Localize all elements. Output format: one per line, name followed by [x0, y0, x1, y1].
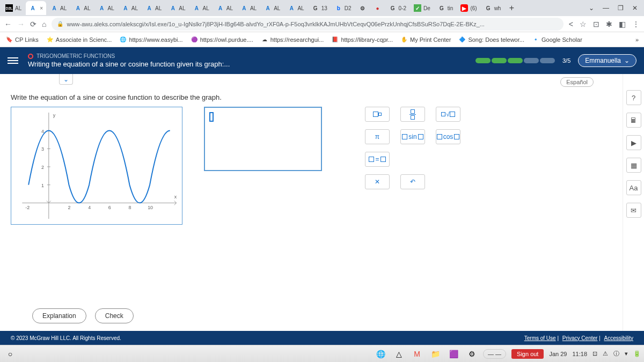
tab-favicon: G	[312, 4, 319, 12]
keypad-pi[interactable]: π	[365, 129, 390, 144]
share-icon[interactable]: <	[569, 20, 573, 28]
extension-icon[interactable]: ✱	[606, 20, 612, 28]
bookmark-icon: 🔖	[5, 36, 13, 43]
message-icon[interactable]: ✉	[626, 203, 641, 218]
forward-icon[interactable]: →	[17, 20, 25, 28]
tab[interactable]: AAL	[71, 1, 93, 15]
tab[interactable]: ●	[371, 1, 385, 15]
bookmark[interactable]: 🔷Song: Does telewor...	[458, 36, 524, 43]
tab[interactable]: ⚙	[356, 1, 370, 15]
account-icon[interactable]: ◧	[619, 20, 626, 28]
tab-favicon: A	[145, 4, 153, 12]
url-input[interactable]: 🔒 www-awu.aleks.com/alekscgi/x/Isl.exe/1…	[52, 18, 563, 31]
home-icon[interactable]: ⌂	[42, 20, 46, 28]
new-tab-button[interactable]: +	[505, 3, 518, 13]
back-icon[interactable]: ←	[4, 20, 12, 28]
question-prompt: Write the equation of a sine or cosine f…	[11, 93, 612, 101]
help-icon[interactable]: ?	[626, 90, 641, 105]
menu-icon[interactable]: ⋮	[632, 20, 640, 28]
explanation-button[interactable]: Explanation	[32, 308, 86, 323]
video-icon[interactable]: ▶	[626, 135, 641, 150]
cast-tray-icon[interactable]: ⊡	[592, 350, 597, 357]
keypad-equals[interactable]: =	[365, 152, 390, 167]
tab-favicon: A	[169, 4, 177, 12]
app-icon[interactable]: 🟪	[447, 347, 460, 361]
keypad-fraction[interactable]	[400, 107, 425, 122]
bookmark[interactable]: 🌐https://www.easybi...	[119, 36, 182, 43]
taskbar-time: 11:18	[572, 351, 587, 357]
keypad-sin[interactable]: sin	[400, 129, 425, 144]
tab[interactable]: G0-2	[386, 1, 409, 15]
tab[interactable]: AAL	[166, 1, 188, 15]
glossary-icon[interactable]: Aa	[626, 180, 641, 195]
bookmark[interactable]: ✋My Print Center	[400, 36, 451, 43]
files-icon[interactable]: 📁	[428, 347, 442, 361]
bookmark[interactable]: 🔹Google Scholar	[532, 36, 582, 43]
star-icon[interactable]: ☆	[580, 20, 587, 28]
info-tray-icon[interactable]: ⓘ	[613, 350, 619, 358]
keypad-undo[interactable]: ↶	[400, 174, 425, 189]
close-icon[interactable]: ×	[40, 5, 43, 11]
tab[interactable]: D2LAL	[2, 1, 25, 15]
keypad-cos[interactable]: cos	[436, 129, 460, 144]
tab[interactable]: AAL	[189, 1, 212, 15]
bookmark[interactable]: 📕https://library-cqpr...	[331, 36, 393, 43]
tab[interactable]: G13	[309, 1, 331, 15]
tab-favicon: D2L	[5, 4, 13, 12]
check-button[interactable]: Check	[95, 308, 134, 323]
tab[interactable]: Gwh	[481, 1, 504, 15]
tab-favicon: A	[288, 4, 295, 12]
bookmark[interactable]: ☁https://researchgui...	[261, 36, 324, 43]
language-toggle[interactable]: Español	[560, 77, 594, 87]
menu-burger-icon[interactable]	[8, 57, 18, 64]
wifi-tray-icon[interactable]: ▾	[625, 350, 628, 357]
tab-active[interactable]: A×	[26, 1, 46, 15]
drive-icon[interactable]: △	[392, 347, 406, 361]
calculator-icon[interactable]: 🖩	[626, 113, 641, 128]
chevron-down-icon[interactable]: ⌄	[589, 4, 594, 12]
terms-link[interactable]: Terms of Use	[524, 335, 556, 341]
battery-tray-icon[interactable]: 🔋	[633, 350, 641, 357]
tab[interactable]: AAL	[47, 1, 70, 15]
gmail-icon[interactable]: M	[410, 347, 424, 361]
bookmark[interactable]: 🔖CP Links	[5, 36, 39, 43]
tab[interactable]: ✓De	[411, 1, 434, 15]
minimize-icon[interactable]: —	[603, 4, 609, 12]
answer-input[interactable]	[204, 107, 322, 171]
tab[interactable]: bD2	[332, 1, 355, 15]
tab[interactable]: Gtin	[435, 1, 457, 15]
tab-favicon: A	[240, 4, 248, 12]
settings-icon[interactable]: ⚙	[465, 347, 479, 361]
keypad-exponent[interactable]	[365, 107, 390, 122]
tab-favicon: G	[389, 4, 397, 12]
tab[interactable]: ▶(6)	[457, 1, 480, 15]
bookmark-icon: 🔷	[458, 36, 466, 43]
user-menu[interactable]: Emmanuella⌄	[578, 54, 636, 67]
collapse-button[interactable]: ⌄	[59, 74, 73, 85]
taskbar-search-icon[interactable]: ○	[3, 347, 17, 361]
bookmark[interactable]: ⭐Associate in Scienc...	[46, 36, 112, 43]
tab[interactable]: AAL	[119, 1, 141, 15]
warning-tray-icon[interactable]: ⚠	[603, 350, 608, 357]
restore-icon[interactable]: ❐	[618, 4, 624, 12]
tab[interactable]: AAL	[284, 1, 307, 15]
tab[interactable]: AAL	[214, 1, 236, 15]
bookmark[interactable]: 🟣https://owl.purdue....	[191, 36, 253, 43]
chrome-icon[interactable]: 🌐	[374, 347, 387, 361]
close-window-icon[interactable]: ✕	[632, 4, 638, 12]
example-icon[interactable]: ▦	[626, 158, 641, 173]
bookmarks-overflow-icon[interactable]: »	[635, 36, 639, 43]
tab[interactable]: AAL	[142, 1, 165, 15]
tab[interactable]: AAL	[95, 1, 118, 15]
keypad-clear[interactable]: ✕	[365, 174, 390, 189]
privacy-link[interactable]: Privacy Center	[562, 335, 598, 341]
accessibility-link[interactable]: Accessibility	[604, 335, 633, 341]
cast-icon[interactable]: ⊡	[593, 20, 599, 28]
tab[interactable]: AAL	[237, 1, 260, 15]
reload-icon[interactable]: ⟳	[30, 20, 36, 28]
tab[interactable]: AAL	[261, 1, 283, 15]
keypad-sqrt[interactable]: √	[436, 107, 460, 122]
signout-button[interactable]: Sign out	[511, 349, 544, 359]
tab-favicon: A	[50, 4, 58, 12]
taskbar-pill[interactable]: — —	[483, 349, 506, 359]
